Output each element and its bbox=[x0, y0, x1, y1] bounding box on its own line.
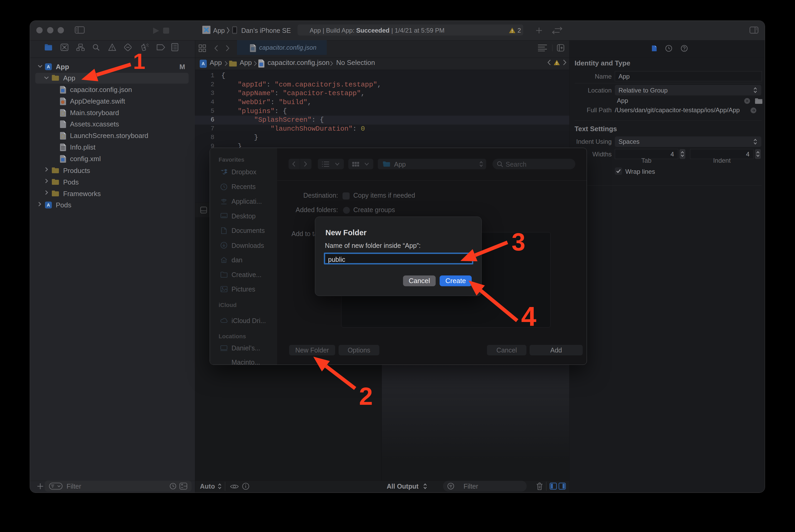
svg-text:2: 2 bbox=[359, 382, 373, 410]
svg-text:4: 4 bbox=[521, 301, 537, 332]
svg-text:3: 3 bbox=[512, 228, 525, 256]
svg-text:1: 1 bbox=[133, 49, 145, 74]
